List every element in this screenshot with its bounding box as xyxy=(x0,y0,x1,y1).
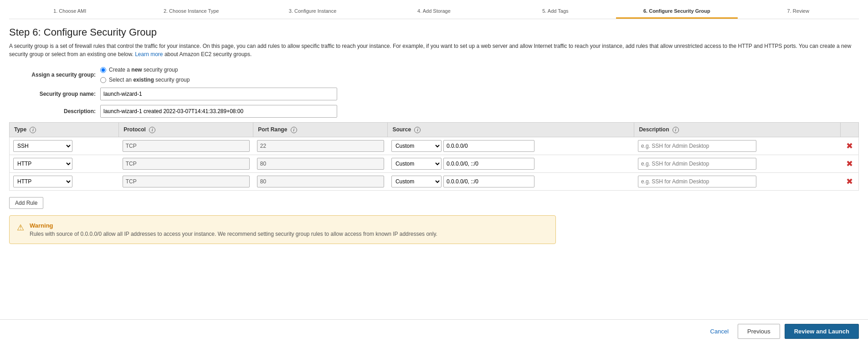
radio-group: Create a new security group Select an ex… xyxy=(100,67,190,83)
port-cell xyxy=(253,155,388,172)
description-input[interactable] xyxy=(638,176,756,187)
port-cell xyxy=(253,137,388,155)
source-cell: CustomAnywhereMy IP xyxy=(388,155,634,172)
col-description: Description i xyxy=(634,123,841,137)
sg-name-input[interactable] xyxy=(100,88,337,100)
wizard-step-4[interactable]: 4. Add Storage xyxy=(373,5,494,19)
description-input[interactable] xyxy=(638,158,756,170)
wizard-step-1[interactable]: 1. Choose AMI xyxy=(9,5,130,19)
desc-info-icon[interactable]: i xyxy=(673,127,679,133)
protocol-info-icon[interactable]: i xyxy=(149,127,155,133)
type-cell: Custom TCP RuleCustom UDP RuleCustom ICM… xyxy=(10,172,119,190)
source-ip-input[interactable] xyxy=(443,176,534,187)
description-row: Description: xyxy=(9,105,859,118)
learn-more-link[interactable]: Learn more xyxy=(135,51,163,57)
protocol-cell xyxy=(119,155,253,172)
col-delete xyxy=(841,123,859,137)
previous-button[interactable]: Previous xyxy=(738,324,780,339)
type-cell: Custom TCP RuleCustom UDP RuleCustom ICM… xyxy=(10,155,119,172)
source-cell: CustomAnywhereMy IP xyxy=(388,172,634,190)
description-cell xyxy=(634,137,841,155)
delete-cell: ✖ xyxy=(841,155,859,172)
port-input xyxy=(257,158,384,170)
port-cell xyxy=(253,172,388,190)
protocol-input xyxy=(123,158,250,170)
description-cell xyxy=(634,155,841,172)
col-port-range: Port Range i xyxy=(253,123,388,137)
table-row: Custom TCP RuleCustom UDP RuleCustom ICM… xyxy=(10,155,859,172)
type-cell: Custom TCP RuleCustom UDP RuleCustom ICM… xyxy=(10,137,119,155)
create-new-radio-label[interactable]: Create a new security group xyxy=(100,67,190,73)
col-source: Source i xyxy=(388,123,634,137)
cancel-button[interactable]: Cancel xyxy=(706,325,733,338)
port-input xyxy=(257,140,384,152)
add-rule-button[interactable]: Add Rule xyxy=(9,197,43,209)
source-ip-input[interactable] xyxy=(443,140,534,152)
delete-rule-button[interactable]: ✖ xyxy=(844,177,855,187)
assign-group-label: Assign a security group: xyxy=(9,72,96,78)
wizard-step-5[interactable]: 5. Add Tags xyxy=(495,5,616,19)
warning-content: Warning Rules with source of 0.0.0.0/0 a… xyxy=(30,222,437,237)
delete-rule-button[interactable]: ✖ xyxy=(844,141,855,151)
source-info-icon[interactable]: i xyxy=(414,127,421,133)
select-existing-radio-label[interactable]: Select an existing security group xyxy=(100,77,190,83)
port-info-icon[interactable]: i xyxy=(291,127,297,133)
wizard-steps: 1. Choose AMI 2. Choose Instance Type 3.… xyxy=(9,5,859,19)
type-select[interactable]: Custom TCP RuleCustom UDP RuleCustom ICM… xyxy=(13,176,72,187)
review-launch-button[interactable]: Review and Launch xyxy=(785,324,859,339)
create-new-radio[interactable] xyxy=(100,67,106,73)
page-title: Step 6: Configure Security Group xyxy=(9,26,859,38)
table-row: Custom TCP RuleCustom UDP RuleCustom ICM… xyxy=(10,137,859,155)
source-ip-input[interactable] xyxy=(443,158,534,170)
type-select[interactable]: Custom TCP RuleCustom UDP RuleCustom ICM… xyxy=(13,140,72,152)
wizard-step-3[interactable]: 3. Configure Instance xyxy=(252,5,373,19)
type-info-icon[interactable]: i xyxy=(30,127,36,133)
delete-cell: ✖ xyxy=(841,172,859,190)
port-input xyxy=(257,176,384,187)
assign-group-row: Assign a security group: Create a new se… xyxy=(9,67,859,83)
wizard-step-2[interactable]: 2. Choose Instance Type xyxy=(130,5,252,19)
delete-cell: ✖ xyxy=(841,137,859,155)
protocol-input xyxy=(123,176,250,187)
wizard-step-6[interactable]: 6. Configure Security Group xyxy=(616,5,737,19)
description-input[interactable] xyxy=(100,105,337,118)
wizard-step-7[interactable]: 7. Review xyxy=(738,5,859,19)
protocol-cell xyxy=(119,137,253,155)
source-select[interactable]: CustomAnywhereMy IP xyxy=(391,158,442,170)
type-select[interactable]: Custom TCP RuleCustom UDP RuleCustom ICM… xyxy=(13,158,72,170)
col-protocol: Protocol i xyxy=(119,123,253,137)
rules-table: Type i Protocol i Port Range i Source i … xyxy=(9,122,859,191)
page-description: A security group is a set of firewall ru… xyxy=(9,42,857,58)
warning-box: ⚠ Warning Rules with source of 0.0.0.0/0… xyxy=(9,215,556,244)
warning-title: Warning xyxy=(30,222,437,229)
source-select[interactable]: CustomAnywhereMy IP xyxy=(391,176,442,187)
description-cell xyxy=(634,172,841,190)
protocol-input xyxy=(123,140,250,152)
bottom-bar: Cancel Previous Review and Launch xyxy=(0,319,868,343)
description-input[interactable] xyxy=(638,140,756,152)
col-type: Type i xyxy=(10,123,119,137)
source-select[interactable]: CustomAnywhereMy IP xyxy=(391,140,442,152)
warning-icon: ⚠ xyxy=(17,223,24,233)
create-option-text: Create a new security group xyxy=(109,67,178,73)
source-cell: CustomAnywhereMy IP xyxy=(388,137,634,155)
select-option-text: Select an existing security group xyxy=(109,77,190,83)
table-row: Custom TCP RuleCustom UDP RuleCustom ICM… xyxy=(10,172,859,190)
select-existing-radio[interactable] xyxy=(100,77,106,83)
sg-name-row: Security group name: xyxy=(9,88,859,100)
description-label: Description: xyxy=(9,108,96,114)
sg-name-label: Security group name: xyxy=(9,91,96,97)
delete-rule-button[interactable]: ✖ xyxy=(844,159,855,169)
warning-text: Rules with source of 0.0.0.0/0 allow all… xyxy=(30,231,437,237)
protocol-cell xyxy=(119,172,253,190)
